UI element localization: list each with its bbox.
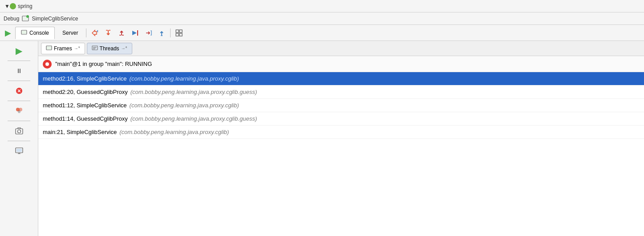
frame-package: (com.bobby.peng.learning.java.proxy.cgli… [130, 89, 257, 95]
debug-service-icon [22, 15, 29, 22]
console-icon [22, 15, 29, 22]
stop-icon [15, 86, 24, 95]
sidebar-threads-button[interactable] [12, 104, 26, 118]
thread-header: "main"@1 in group "main": RUNNING [38, 56, 644, 72]
tab-console-label: Console [29, 30, 49, 36]
svg-rect-7 [176, 30, 179, 33]
monitor-icon [15, 147, 23, 155]
toolbar-separator-2 [170, 28, 171, 37]
main-container: ▶ ⏸ [0, 41, 644, 236]
threads-tab-arrow: →* [121, 46, 127, 51]
frames-threads-bar: Frames →* Threads →* [38, 41, 644, 56]
svg-rect-4 [22, 31, 26, 34]
step-into-icon [104, 29, 112, 37]
svg-rect-15 [16, 129, 23, 134]
toolbar-resume-button[interactable]: ▶ [2, 27, 14, 39]
sidebar-resume-button[interactable]: ▶ [12, 44, 26, 58]
threads-sidebar-icon [15, 106, 24, 115]
frame-package: (com.bobby.peng.learning.java.proxy.cgli… [130, 102, 239, 109]
svg-rect-20 [47, 46, 51, 49]
frame-item[interactable]: method1:14, GuessedCglibProxy (com.bobby… [38, 112, 644, 126]
toolbar-layout-button[interactable] [173, 27, 185, 39]
console-tab-icon [21, 30, 27, 36]
sidebar-stop-button[interactable] [12, 84, 26, 98]
content-area: Frames →* Threads →* "main"@1 in group "… [38, 41, 644, 236]
frame-package: (com.bobby.peng.learning.java.proxy.cgli… [130, 115, 257, 122]
toolbar-separator-1 [86, 28, 86, 37]
frames-tab[interactable]: Frames →* [41, 43, 85, 54]
svg-rect-8 [179, 30, 182, 33]
sidebar-monitor-button[interactable] [12, 144, 26, 158]
camera-icon [15, 127, 23, 135]
toolbar-step-custom-button[interactable] [155, 27, 168, 39]
tab-server[interactable]: Server [57, 27, 84, 39]
toolbar-step-into-button[interactable] [102, 27, 114, 39]
thread-header-text: "main"@1 in group "main": RUNNING [55, 61, 152, 67]
threads-tab[interactable]: Threads →* [87, 43, 132, 54]
arrow-icon: ▼ [4, 3, 10, 9]
debug-service-name: SimpleCglibService [32, 16, 78, 22]
frame-item[interactable]: method2:20, GuessedCglibProxy (com.bobby… [38, 85, 644, 99]
step-out-icon [118, 29, 126, 37]
run-to-cursor-icon [131, 29, 139, 37]
sidebar-camera-button[interactable] [12, 124, 26, 138]
threads-tab-icon [92, 45, 98, 52]
svg-point-14 [18, 110, 20, 113]
debug-label: Debug [4, 16, 19, 22]
toolbar-step-over-button[interactable] [89, 27, 101, 39]
threads-tab-label: Threads [100, 45, 119, 52]
frame-method: method2:20, GuessedCglibProxy [43, 89, 128, 95]
frame-item[interactable]: main:21, SimpleCglibService (com.bobby.p… [38, 126, 644, 139]
svg-rect-10 [179, 33, 182, 36]
top-breadcrumb: ▼ spring [0, 0, 644, 12]
svg-rect-9 [176, 33, 179, 36]
frame-method: main:21, SimpleCglibService [43, 129, 117, 135]
tab-server-label: Server [62, 30, 78, 36]
frame-method: method1:12, SimpleCglibService [43, 102, 127, 109]
svg-rect-18 [16, 149, 22, 152]
thread-status-icon [43, 60, 52, 69]
reset-frames-icon [144, 29, 152, 37]
frames-list: method2:16, SimpleCglibService (com.bobb… [38, 72, 644, 236]
sidebar-separator-3 [8, 101, 30, 101]
frames-tab-icon [46, 45, 52, 52]
debug-bar: Debug SimpleCglibService [0, 12, 644, 25]
step-over-icon [91, 29, 99, 37]
frame-method: method1:14, GuessedCglibProxy [43, 115, 128, 122]
frames-tab-label: Frames [54, 45, 72, 52]
frame-item[interactable]: method2:16, SimpleCglibService (com.bobb… [38, 72, 644, 85]
left-sidebar: ▶ ⏸ [0, 41, 38, 236]
frame-package: (com.bobby.peng.learning.java.proxy.cgli… [130, 75, 239, 82]
sidebar-separator-5 [8, 141, 30, 141]
spring-label: spring [18, 3, 33, 9]
frame-method: method2:16, SimpleCglibService [43, 75, 127, 82]
toolbar-run-to-cursor-button[interactable] [129, 27, 141, 39]
frame-item[interactable]: method1:12, SimpleCglibService (com.bobb… [38, 99, 644, 112]
frames-tab-arrow: →* [74, 46, 80, 51]
tab-console[interactable]: Console [15, 27, 55, 39]
sidebar-separator-1 [8, 61, 30, 61]
toolbar-step-out-button[interactable] [115, 27, 128, 39]
toolbar-reset-frames-button[interactable] [142, 27, 155, 39]
svg-point-16 [17, 130, 20, 133]
step-custom-icon [158, 29, 166, 37]
sidebar-pause-button[interactable]: ⏸ [12, 64, 26, 78]
sidebar-separator-4 [8, 121, 30, 121]
sidebar-separator-2 [8, 81, 30, 81]
frame-package: (com.bobby.peng.learning.java.proxy.cgli… [119, 129, 229, 135]
svg-point-2 [26, 15, 29, 18]
toolbar: ▶ Console Server [0, 25, 644, 41]
spring-icon [10, 3, 16, 9]
layout-icon [175, 29, 183, 37]
